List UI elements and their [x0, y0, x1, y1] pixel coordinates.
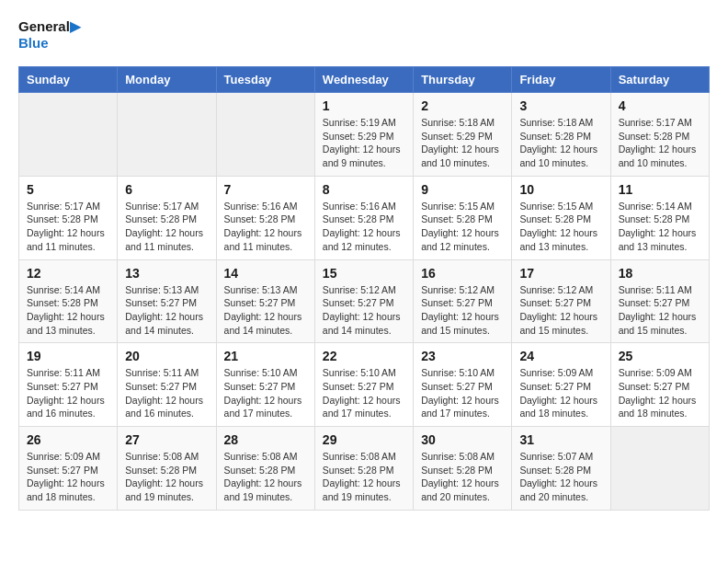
calendar-cell: 19Sunrise: 5:11 AM Sunset: 5:27 PM Dayli…: [19, 343, 118, 427]
day-info: Sunrise: 5:15 AM Sunset: 5:28 PM Dayligh…: [519, 200, 602, 254]
day-number: 26: [27, 432, 109, 447]
weekday-header-sunday: Sunday: [19, 67, 118, 93]
calendar-cell: [216, 93, 314, 177]
day-number: 27: [125, 432, 208, 447]
calendar-cell: 1Sunrise: 5:19 AM Sunset: 5:29 PM Daylig…: [314, 93, 413, 177]
calendar-cell: 29Sunrise: 5:08 AM Sunset: 5:28 PM Dayli…: [314, 427, 413, 511]
day-info: Sunrise: 5:13 AM Sunset: 5:27 PM Dayligh…: [125, 283, 208, 338]
day-info: Sunrise: 5:09 AM Sunset: 5:27 PM Dayligh…: [27, 450, 109, 504]
day-number: 14: [224, 266, 307, 281]
day-number: 9: [421, 182, 504, 197]
calendar-cell: 30Sunrise: 5:08 AM Sunset: 5:28 PM Dayli…: [414, 427, 512, 511]
day-info: Sunrise: 5:07 AM Sunset: 5:28 PM Dayligh…: [519, 450, 602, 504]
calendar-cell: 28Sunrise: 5:08 AM Sunset: 5:28 PM Dayli…: [216, 427, 314, 511]
day-number: 2: [421, 98, 504, 113]
day-info: Sunrise: 5:10 AM Sunset: 5:27 PM Dayligh…: [421, 366, 504, 420]
day-number: 6: [125, 182, 208, 197]
day-number: 15: [323, 266, 405, 281]
calendar-cell: 12Sunrise: 5:14 AM Sunset: 5:28 PM Dayli…: [19, 259, 118, 343]
calendar-cell: 18Sunrise: 5:11 AM Sunset: 5:27 PM Dayli…: [610, 259, 709, 343]
day-number: 30: [421, 432, 504, 447]
calendar-cell: 10Sunrise: 5:15 AM Sunset: 5:28 PM Dayli…: [512, 176, 610, 259]
day-info: Sunrise: 5:17 AM Sunset: 5:28 PM Dayligh…: [619, 116, 701, 170]
calendar-cell: [118, 93, 216, 177]
day-info: Sunrise: 5:19 AM Sunset: 5:29 PM Dayligh…: [323, 116, 405, 170]
day-number: 8: [323, 182, 405, 197]
day-info: Sunrise: 5:09 AM Sunset: 5:27 PM Dayligh…: [519, 366, 602, 420]
calendar-cell: 8Sunrise: 5:16 AM Sunset: 5:28 PM Daylig…: [314, 176, 413, 259]
day-info: Sunrise: 5:18 AM Sunset: 5:29 PM Dayligh…: [421, 116, 504, 170]
day-info: Sunrise: 5:10 AM Sunset: 5:27 PM Dayligh…: [224, 366, 307, 420]
day-number: 23: [421, 349, 504, 363]
logo: General▶ Blue: [18, 18, 81, 52]
day-number: 24: [519, 349, 602, 363]
day-number: 29: [323, 432, 405, 447]
calendar-cell: 17Sunrise: 5:12 AM Sunset: 5:27 PM Dayli…: [512, 259, 610, 343]
calendar-cell: 21Sunrise: 5:10 AM Sunset: 5:27 PM Dayli…: [216, 343, 314, 427]
week-row-1: 1Sunrise: 5:19 AM Sunset: 5:29 PM Daylig…: [19, 93, 710, 177]
day-number: 31: [519, 432, 602, 447]
page-header: General▶ Blue: [18, 18, 710, 52]
week-row-4: 19Sunrise: 5:11 AM Sunset: 5:27 PM Dayli…: [19, 343, 710, 427]
calendar-cell: 24Sunrise: 5:09 AM Sunset: 5:27 PM Dayli…: [512, 343, 610, 427]
calendar-cell: 6Sunrise: 5:17 AM Sunset: 5:28 PM Daylig…: [118, 176, 216, 259]
calendar-cell: 4Sunrise: 5:17 AM Sunset: 5:28 PM Daylig…: [610, 93, 709, 177]
day-info: Sunrise: 5:14 AM Sunset: 5:28 PM Dayligh…: [27, 283, 109, 338]
weekday-header-wednesday: Wednesday: [314, 67, 413, 93]
calendar-cell: 5Sunrise: 5:17 AM Sunset: 5:28 PM Daylig…: [19, 176, 118, 259]
calendar-cell: 26Sunrise: 5:09 AM Sunset: 5:27 PM Dayli…: [19, 427, 118, 511]
day-number: 4: [619, 98, 701, 113]
day-info: Sunrise: 5:14 AM Sunset: 5:28 PM Dayligh…: [619, 200, 701, 254]
logo-text: General▶ Blue: [18, 18, 81, 52]
day-info: Sunrise: 5:12 AM Sunset: 5:27 PM Dayligh…: [519, 283, 602, 338]
day-info: Sunrise: 5:17 AM Sunset: 5:28 PM Dayligh…: [125, 200, 208, 254]
day-info: Sunrise: 5:08 AM Sunset: 5:28 PM Dayligh…: [224, 450, 307, 504]
calendar-cell: 13Sunrise: 5:13 AM Sunset: 5:27 PM Dayli…: [118, 259, 216, 343]
day-number: 28: [224, 432, 307, 447]
weekday-header-tuesday: Tuesday: [216, 67, 314, 93]
day-number: 17: [519, 266, 602, 281]
weekday-header-saturday: Saturday: [610, 67, 709, 93]
calendar-cell: 25Sunrise: 5:09 AM Sunset: 5:27 PM Dayli…: [610, 343, 709, 427]
weekday-header-friday: Friday: [512, 67, 610, 93]
calendar-cell: 3Sunrise: 5:18 AM Sunset: 5:28 PM Daylig…: [512, 93, 610, 177]
day-info: Sunrise: 5:11 AM Sunset: 5:27 PM Dayligh…: [27, 366, 109, 420]
day-info: Sunrise: 5:15 AM Sunset: 5:28 PM Dayligh…: [421, 200, 504, 254]
weekday-header-row: SundayMondayTuesdayWednesdayThursdayFrid…: [19, 67, 710, 93]
day-info: Sunrise: 5:11 AM Sunset: 5:27 PM Dayligh…: [125, 366, 208, 420]
calendar-cell: 23Sunrise: 5:10 AM Sunset: 5:27 PM Dayli…: [414, 343, 512, 427]
day-number: 12: [27, 266, 109, 281]
weekday-header-thursday: Thursday: [414, 67, 512, 93]
day-info: Sunrise: 5:16 AM Sunset: 5:28 PM Dayligh…: [323, 200, 405, 254]
calendar-cell: 20Sunrise: 5:11 AM Sunset: 5:27 PM Dayli…: [118, 343, 216, 427]
day-info: Sunrise: 5:08 AM Sunset: 5:28 PM Dayligh…: [323, 450, 405, 504]
day-number: 5: [27, 182, 109, 197]
day-info: Sunrise: 5:09 AM Sunset: 5:27 PM Dayligh…: [619, 366, 701, 420]
day-number: 20: [125, 349, 208, 363]
week-row-3: 12Sunrise: 5:14 AM Sunset: 5:28 PM Dayli…: [19, 259, 710, 343]
calendar-cell: 14Sunrise: 5:13 AM Sunset: 5:27 PM Dayli…: [216, 259, 314, 343]
day-info: Sunrise: 5:17 AM Sunset: 5:28 PM Dayligh…: [27, 200, 109, 254]
day-number: 11: [619, 182, 701, 197]
weekday-header-monday: Monday: [118, 67, 216, 93]
day-number: 19: [27, 349, 109, 363]
day-info: Sunrise: 5:18 AM Sunset: 5:28 PM Dayligh…: [519, 116, 602, 170]
day-number: 16: [421, 266, 504, 281]
day-number: 22: [323, 349, 405, 363]
calendar-cell: 22Sunrise: 5:10 AM Sunset: 5:27 PM Dayli…: [314, 343, 413, 427]
calendar-cell: 2Sunrise: 5:18 AM Sunset: 5:29 PM Daylig…: [414, 93, 512, 177]
day-number: 1: [323, 98, 405, 113]
day-info: Sunrise: 5:10 AM Sunset: 5:27 PM Dayligh…: [323, 366, 405, 420]
day-number: 18: [619, 266, 701, 281]
calendar-cell: 15Sunrise: 5:12 AM Sunset: 5:27 PM Dayli…: [314, 259, 413, 343]
day-number: 7: [224, 182, 307, 197]
day-info: Sunrise: 5:16 AM Sunset: 5:28 PM Dayligh…: [224, 200, 307, 254]
day-number: 21: [224, 349, 307, 363]
calendar-cell: 16Sunrise: 5:12 AM Sunset: 5:27 PM Dayli…: [414, 259, 512, 343]
day-info: Sunrise: 5:08 AM Sunset: 5:28 PM Dayligh…: [125, 450, 208, 504]
calendar-cell: 11Sunrise: 5:14 AM Sunset: 5:28 PM Dayli…: [610, 176, 709, 259]
calendar-cell: [610, 427, 709, 511]
day-info: Sunrise: 5:12 AM Sunset: 5:27 PM Dayligh…: [421, 283, 504, 338]
day-info: Sunrise: 5:13 AM Sunset: 5:27 PM Dayligh…: [224, 283, 307, 338]
calendar-cell: 7Sunrise: 5:16 AM Sunset: 5:28 PM Daylig…: [216, 176, 314, 259]
